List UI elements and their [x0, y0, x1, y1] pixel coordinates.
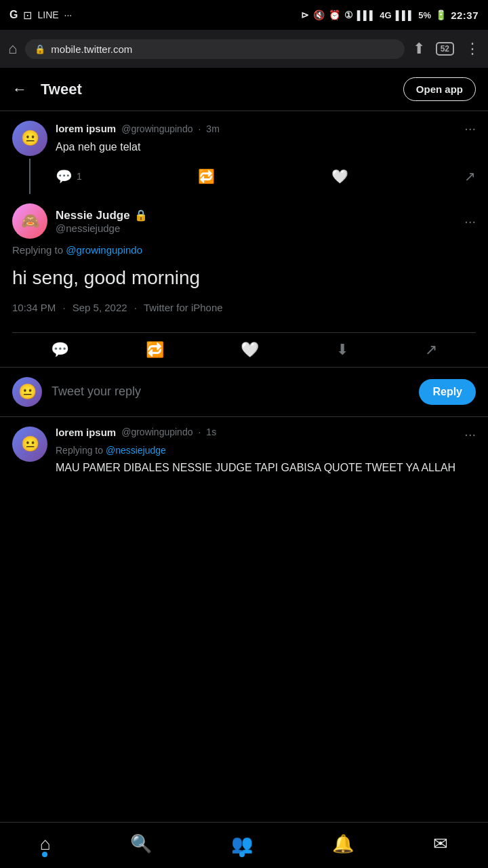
- reply-to-line: Replying to @growingupindo: [12, 244, 476, 256]
- reply-input-avatar: 😐: [12, 377, 42, 407]
- reply-more-button[interactable]: ···: [464, 427, 476, 442]
- cast-icon: ⊳: [301, 9, 309, 20]
- like-icon: 🤍: [331, 168, 348, 184]
- original-tweet-text: Apa neh gue telat: [56, 139, 476, 155]
- reply-user-info: lorem ipsum @growingupindo · 1s: [56, 427, 216, 438]
- image-icon: ⊡: [23, 9, 32, 22]
- original-retweet-action[interactable]: 🔁: [198, 168, 215, 184]
- reply-icon: 💬: [56, 168, 73, 184]
- reply-count: 1: [77, 171, 82, 182]
- main-tweet-meta: 10:34 PM · Sep 5, 2022 · Twitter for iPh…: [12, 302, 476, 313]
- reply-placeholder-text[interactable]: Tweet your reply: [52, 384, 409, 399]
- signal-bar-2: ▌▌▌: [396, 10, 415, 20]
- main-retweet-action[interactable]: 🔁: [146, 341, 164, 359]
- nav-home[interactable]: ⌂: [40, 833, 51, 854]
- main-tweet-user-row: 🙈 Nessie Judge 🔒 @nessiejudge ···: [12, 203, 476, 239]
- sim-icon: ①: [344, 9, 353, 20]
- main-download-icon: ⬇: [336, 341, 348, 359]
- original-display-name: lorem ipsum: [56, 123, 116, 134]
- open-app-button[interactable]: Open app: [403, 77, 476, 101]
- reply-tweet: 😐 lorem ipsum @growingupindo · 1s ··· Re…: [0, 417, 488, 485]
- reply-tweet-avatar-col: 😐: [12, 427, 47, 475]
- mute-icon: 🔇: [313, 9, 325, 20]
- main-handle[interactable]: @nessiejudge: [56, 222, 148, 234]
- reply-tweet-content: lorem ipsum @growingupindo · 1s ··· Repl…: [56, 427, 476, 475]
- tweet-via: Twitter for iPhone: [144, 302, 223, 313]
- original-handle[interactable]: @growingupindo: [121, 123, 192, 134]
- tweet-timestamp: 10:34 PM: [12, 302, 56, 313]
- original-tweet-actions: 💬 1 🔁 🤍 ↗: [56, 163, 476, 194]
- browser-share-icon[interactable]: ⬆: [413, 40, 425, 58]
- original-tweet-avatar-col: 😐: [12, 121, 47, 194]
- alarm-icon: ⏰: [329, 9, 340, 20]
- home-dot: [42, 852, 47, 857]
- twitter-header: ← Tweet Open app: [0, 68, 488, 111]
- share-icon: ↗: [464, 168, 476, 184]
- reply-handle[interactable]: @growingupindo: [121, 427, 192, 437]
- reply-input-area: 😐 Tweet your reply Reply: [0, 368, 488, 417]
- main-tweet-avatar[interactable]: 🙈: [12, 203, 47, 239]
- browser-tabs-badge[interactable]: 52: [436, 42, 454, 56]
- original-tweet-content: lorem ipsum @growingupindo · 3m ··· Apa …: [56, 121, 476, 194]
- main-content: 😐 lorem ipsum @growingupindo · 3m ··· Ap…: [0, 111, 488, 539]
- reply-display-name: lorem ipsum: [56, 427, 116, 438]
- reply-tweet-reply-handle[interactable]: @nessiejudge: [106, 445, 166, 456]
- main-like-action[interactable]: 🤍: [241, 341, 259, 359]
- original-time: 3m: [206, 123, 219, 134]
- g-icon: G: [9, 9, 18, 21]
- main-avatar-img: 🙈: [12, 203, 47, 239]
- reply-tweet-avatar[interactable]: 😐: [12, 427, 47, 462]
- main-user-name-block: Nessie Judge 🔒 @nessiejudge: [56, 209, 148, 234]
- main-like-icon: 🤍: [241, 341, 259, 359]
- more-icon: ···: [64, 9, 73, 20]
- main-more-button[interactable]: ···: [464, 214, 476, 229]
- battery-icon: 🔋: [435, 9, 447, 20]
- page-title: Tweet: [41, 81, 403, 98]
- nav-people[interactable]: 👥: [231, 833, 253, 854]
- main-retweet-icon: 🔁: [146, 341, 164, 359]
- reply-avatar-img: 😐: [12, 377, 42, 407]
- main-user-info: 🙈 Nessie Judge 🔒 @nessiejudge: [12, 203, 148, 239]
- status-bar: G ⊡ LINE ··· ⊳ 🔇 ⏰ ① ▌▌▌ 4G ▌▌▌ 5% 🔋 22:…: [0, 0, 488, 30]
- original-tweet-avatar[interactable]: 😐: [12, 121, 47, 156]
- browser-url-box[interactable]: 🔒 mobile.twitter.com: [25, 39, 404, 59]
- reply-avatar-2-img: 😐: [12, 427, 47, 462]
- original-reply-action[interactable]: 💬 1: [56, 168, 82, 184]
- thread-line: [29, 159, 30, 194]
- main-tweet-actions: 💬 🔁 🤍 ⬇ ↗: [0, 333, 488, 367]
- original-tweet: 😐 lorem ipsum @growingupindo · 3m ··· Ap…: [0, 111, 488, 194]
- original-more-button[interactable]: ···: [464, 121, 476, 136]
- bottom-nav: ⌂ 🔍 👥 🔔 ✉: [0, 822, 488, 868]
- messages-icon: ✉: [433, 833, 448, 854]
- browser-actions: ⬆ 52 ⋮: [413, 40, 480, 58]
- nav-search[interactable]: 🔍: [130, 833, 152, 854]
- network-type: 4G: [380, 10, 391, 20]
- main-display-name: Nessie Judge 🔒: [56, 209, 148, 222]
- reply-time: 1s: [206, 427, 216, 437]
- reply-tweet-text: MAU PAMER DIBALES NESSIE JUDGE TAPI GABI…: [56, 460, 476, 475]
- back-button[interactable]: ←: [12, 81, 27, 98]
- main-reply-action[interactable]: 💬: [51, 341, 69, 359]
- lock-icon: 🔒: [134, 209, 148, 222]
- reply-to-handle[interactable]: @growingupindo: [66, 244, 142, 256]
- signal-bar: ▌▌▌: [357, 10, 376, 20]
- status-left: G ⊡ LINE ···: [9, 9, 72, 22]
- original-like-action[interactable]: 🤍: [331, 168, 348, 184]
- browser-home-icon[interactable]: ⌂: [8, 40, 17, 58]
- original-tweet-header: lorem ipsum @growingupindo · 3m ···: [56, 121, 476, 136]
- status-right: ⊳ 🔇 ⏰ ① ▌▌▌ 4G ▌▌▌ 5% 🔋 22:37: [301, 9, 479, 21]
- reply-tweet-replying-to: Replying to @nessiejudge: [56, 445, 476, 456]
- reply-tweet-header: lorem ipsum @growingupindo · 1s ···: [56, 427, 476, 442]
- reply-button[interactable]: Reply: [419, 379, 476, 405]
- original-share-action[interactable]: ↗: [464, 168, 476, 184]
- main-tweet-text: hi seng, good morning: [12, 265, 476, 291]
- status-time: 22:37: [451, 9, 479, 21]
- browser-more-icon[interactable]: ⋮: [465, 40, 480, 58]
- people-dot: [239, 852, 245, 857]
- main-share-action[interactable]: ↗: [425, 341, 437, 359]
- main-display-name-text: Nessie Judge: [56, 209, 130, 222]
- main-download-action[interactable]: ⬇: [336, 341, 348, 359]
- browser-lock-icon: 🔒: [35, 44, 45, 54]
- nav-messages[interactable]: ✉: [433, 833, 448, 854]
- nav-notifications[interactable]: 🔔: [332, 833, 354, 854]
